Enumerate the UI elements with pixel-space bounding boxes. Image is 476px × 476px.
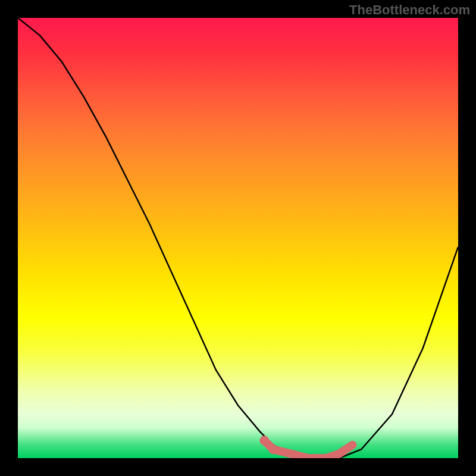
- bottleneck-curve-path: [18, 18, 458, 458]
- watermark-text: TheBottleneck.com: [349, 2, 470, 18]
- chart-svg: [18, 18, 458, 458]
- chart-plot-area: [18, 18, 458, 458]
- highlight-dot: [268, 444, 278, 454]
- highlight-dot: [259, 436, 269, 445]
